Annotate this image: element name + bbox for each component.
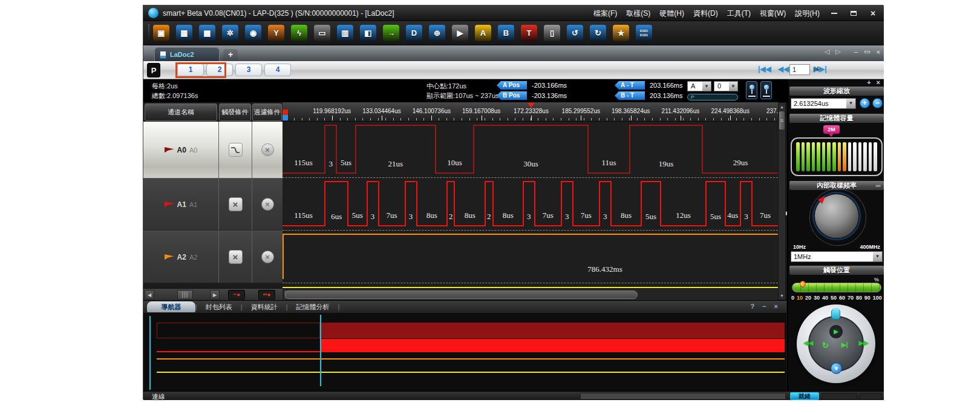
layout-icon[interactable]: ◧ [360, 25, 376, 41]
filter-condition-cell[interactable]: × [252, 179, 283, 230]
menu-item[interactable]: 視窗(W) [760, 8, 786, 19]
video-icon[interactable]: ▶ [452, 25, 468, 41]
flag-b-icon[interactable]: B [498, 25, 514, 41]
bottom-tab-1[interactable]: 導航器 [147, 301, 195, 312]
replay-button[interactable]: ↻ [822, 341, 829, 350]
page-mode-button[interactable]: P [147, 63, 160, 77]
channel-name-cell[interactable]: A0A0 [143, 122, 218, 178]
trigger-position-bar[interactable] [792, 283, 881, 292]
trigger-marker-icon[interactable] [528, 103, 535, 108]
channel-scroll-left-icon[interactable]: ◀ [145, 290, 154, 300]
no-filter-icon[interactable]: × [261, 198, 274, 211]
no-trigger-icon[interactable]: × [229, 197, 243, 211]
bottom-tab-2[interactable]: 封包列表 [197, 303, 241, 312]
expand-more-icon[interactable]: »» [875, 183, 880, 189]
vertical-scrollbar[interactable]: ▲ ▼ [778, 102, 786, 300]
hand-tool-icon[interactable] [831, 309, 840, 320]
menu-item[interactable]: 檔案(F) [593, 8, 617, 19]
save-as-icon[interactable]: ▩ [199, 25, 215, 41]
trigger-position-pin[interactable] [799, 280, 807, 288]
tab-scroll-right-icon[interactable]: ▷ [835, 48, 840, 56]
marker-select[interactable]: A▼ [687, 81, 711, 91]
waveform-row-a1[interactable]: 115us6us5us37us38us28us28us37us37us38us5… [283, 178, 778, 231]
page-button-1[interactable]: 1 [177, 64, 204, 76]
minimize-button[interactable] [827, 8, 841, 18]
waveform-row-a2[interactable]: 786.432ms [283, 231, 778, 283]
instrument-icon[interactable]: ▥ [337, 25, 353, 41]
menu-item[interactable]: 硬體(H) [659, 8, 684, 19]
channel-row-a0[interactable]: A0A0× [143, 122, 283, 178]
filter-condition-cell[interactable]: × [252, 231, 283, 283]
close-button[interactable]: × [866, 8, 880, 18]
panel-pin-icon[interactable]: + [867, 79, 871, 86]
channel-scroll-right-icon[interactable]: ▶ [210, 290, 220, 300]
save-icon[interactable]: ▦ [176, 25, 192, 41]
no-filter-icon[interactable]: × [261, 143, 274, 156]
add-marker-b-button[interactable] [760, 81, 772, 99]
zoom-in-button[interactable]: + [860, 98, 870, 108]
scroll-up-icon[interactable]: ▲ [779, 103, 785, 111]
marker-snapshot-icon[interactable]: ••● [258, 290, 275, 300]
bottom-tab-3[interactable]: 資料統計 [243, 303, 286, 312]
child-restore-button[interactable]: ▭ [864, 48, 870, 56]
open-file-icon[interactable]: ▣ [153, 25, 169, 41]
bottom-tab-4[interactable]: 記憶體分析 [288, 303, 338, 312]
channel-name-cell[interactable]: A1A1 [143, 179, 218, 230]
navigator-view[interactable] [143, 313, 786, 392]
bus-connector-icon[interactable]: ⊕ [429, 25, 445, 41]
zoom-next-icon[interactable]: ↻ [590, 25, 606, 41]
nav-trigger-line[interactable] [320, 315, 321, 386]
a-marker-clipped-icon[interactable] [283, 110, 288, 115]
page-number-input[interactable]: 1 [789, 64, 810, 75]
memory-data-icon[interactable]: ▭ [314, 25, 330, 41]
play-button[interactable]: ▶ [829, 325, 843, 338]
child-minimize-button[interactable]: − [854, 48, 858, 56]
panel-help-icon[interactable]: ? [750, 303, 754, 310]
export-icon[interactable]: → [383, 25, 399, 41]
page-button-3[interactable]: 3 [235, 64, 262, 76]
waveform-scroll-thumb[interactable] [285, 291, 638, 299]
zoom-previous-icon[interactable]: ↺ [567, 25, 583, 41]
restore-button[interactable] [846, 8, 861, 18]
pan-left-button[interactable]: ◀◀ [804, 340, 813, 346]
trigger-condition-cell[interactable] [218, 122, 252, 178]
waveform-row-a0[interactable]: 115us35us21us10us30us11us19us29us [283, 122, 778, 178]
channel-row-a2[interactable]: A2A2×× [143, 231, 283, 283]
zoom-out-button[interactable]: − [872, 98, 883, 108]
scroll-down-icon[interactable]: ▼ [779, 292, 785, 300]
screenshot-icon[interactable]: ◉ [245, 25, 261, 41]
b-marker-clipped-icon[interactable] [283, 115, 288, 120]
zoom-value-select[interactable]: 2.613254us▼ [791, 98, 856, 109]
binary-view-icon[interactable]: 01010101 [636, 25, 652, 41]
column-header-channel-name[interactable]: 通道名稱 [145, 104, 217, 121]
trigger-condition-cell[interactable]: × [218, 179, 252, 230]
menu-item[interactable]: 資料(D) [693, 8, 718, 19]
step-button[interactable]: ▶| [841, 341, 848, 348]
a-t-badge[interactable]: A - T [615, 81, 645, 90]
save-setup-icon[interactable]: ✲ [222, 25, 238, 41]
jump-down-button[interactable]: ▼ [831, 363, 842, 374]
trigger-snapshot-icon[interactable]: ~● [228, 290, 245, 300]
menu-item[interactable]: 說明(H) [795, 8, 820, 19]
page-button-4[interactable]: 4 [264, 64, 291, 76]
menu-item[interactable]: 取樣(S) [626, 8, 650, 19]
trigger-condition-cell[interactable]: × [218, 231, 252, 283]
flag-a-icon[interactable]: A [475, 25, 491, 41]
no-trigger-icon[interactable]: × [229, 250, 243, 264]
menu-item[interactable]: 工具(T) [727, 8, 751, 19]
vertical-scroll-thumb[interactable] [779, 111, 785, 130]
prev-page-button[interactable]: ◀◀ [778, 65, 789, 73]
column-header-filter-condition[interactable]: 過濾條件 [252, 104, 282, 121]
sample-rate-select[interactable]: 1MHz▼ [791, 251, 883, 262]
marker-index-select[interactable]: 0▼ [714, 81, 738, 91]
acquisition-icon[interactable]: ϟ [291, 25, 307, 41]
add-tab-button[interactable]: + [223, 49, 238, 61]
falling-edge-icon[interactable] [229, 143, 243, 157]
hardware-settings-icon[interactable]: Y [268, 25, 284, 41]
navigation-pad[interactable]: ◀◀ ▶▶ ▶ ↻ ▶| ▼ [797, 304, 875, 383]
b-pos-badge[interactable]: B Pos [497, 91, 527, 100]
column-header-trigger-condition[interactable]: 觸發條件 [219, 104, 251, 121]
memory-gauge[interactable] [791, 137, 883, 176]
no-filter-icon[interactable]: × [261, 251, 274, 263]
channel-row-a1[interactable]: A1A1×× [143, 178, 283, 231]
